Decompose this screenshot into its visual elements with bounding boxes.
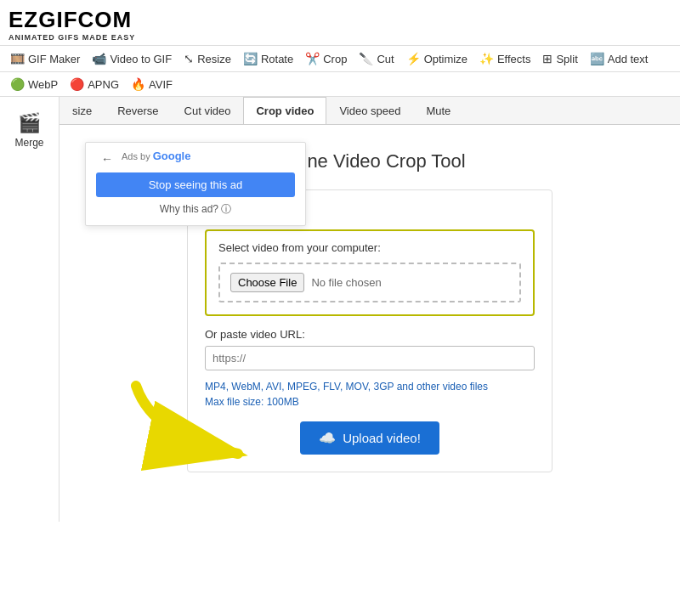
ad-why-link[interactable]: Why this ad? ⓘ bbox=[96, 202, 295, 217]
optimize-icon: ⚡ bbox=[406, 52, 421, 65]
tab-reverse[interactable]: Reverse bbox=[105, 97, 171, 124]
nav-bar-secondary: 🟢 WebP 🔴 APNG 🔥 AVIF bbox=[0, 72, 680, 97]
avif-icon: 🔥 bbox=[131, 77, 145, 91]
tab-cut-video[interactable]: Cut video bbox=[172, 97, 244, 124]
main-layout: 🎬 Merge size Reverse Cut video Crop vide… bbox=[0, 97, 680, 522]
nav-item-cut[interactable]: 🔪 Cut bbox=[354, 49, 399, 68]
url-label: Or paste video URL: bbox=[205, 328, 535, 341]
crop-icon: ✂️ bbox=[305, 52, 320, 65]
upload-icon: ☁️ bbox=[319, 430, 336, 446]
webp-icon: 🟢 bbox=[10, 77, 25, 91]
effects-icon: ✨ bbox=[479, 52, 494, 65]
ad-back-arrow[interactable]: ← bbox=[96, 150, 118, 167]
nav-item-rotate[interactable]: 🔄 Rotate bbox=[238, 49, 298, 68]
apng-icon: 🔴 bbox=[70, 77, 84, 91]
cut-icon: 🔪 bbox=[359, 52, 373, 65]
gif-icon: 🎞️ bbox=[10, 52, 25, 65]
nav-item-add-text[interactable]: 🔤 Add text bbox=[585, 49, 654, 68]
file-info: MP4, WebM, AVI, MPEG, FLV, MOV, 3GP and … bbox=[205, 379, 535, 410]
sub-tabs-bar: size Reverse Cut video Crop video Video … bbox=[60, 97, 680, 125]
nav-item-resize[interactable]: ⤡ Resize bbox=[178, 49, 236, 68]
url-input[interactable] bbox=[205, 346, 535, 370]
nav-item-avif[interactable]: 🔥 AVIF bbox=[126, 75, 178, 93]
logo: EZGIFCOM ANIMATED GIFS MADE EASY bbox=[8, 7, 672, 42]
rotate-icon: 🔄 bbox=[243, 52, 258, 65]
choose-file-button[interactable]: Choose File bbox=[230, 273, 304, 292]
drop-area[interactable]: Choose File No file chosen bbox=[218, 263, 521, 302]
tab-size[interactable]: size bbox=[60, 97, 105, 124]
sidebar: 🎬 Merge bbox=[0, 97, 60, 522]
nav-item-webp[interactable]: 🟢 WebP bbox=[5, 75, 63, 93]
video-icon: 📹 bbox=[92, 52, 106, 65]
nav-bar-primary: 🎞️ GIF Maker 📹 Video to GIF ⤡ Resize 🔄 R… bbox=[0, 46, 680, 72]
ad-box: ← Ads by Google Stop seeing this ad Why … bbox=[85, 142, 306, 226]
text-icon: 🔤 bbox=[590, 52, 604, 65]
upload-card: Upload video file Select video from your… bbox=[187, 189, 552, 472]
nav-item-crop[interactable]: ✂️ Crop bbox=[300, 49, 352, 68]
nav-item-gif-maker[interactable]: 🎞️ GIF Maker bbox=[5, 49, 85, 68]
main-content-area: ← Ads by Google Stop seeing this ad Why … bbox=[60, 125, 680, 522]
file-select-box: Select video from your computer: Choose … bbox=[205, 229, 535, 316]
nav-item-effects[interactable]: ✨ Effects bbox=[474, 49, 536, 68]
tab-crop-video[interactable]: Crop video bbox=[243, 97, 326, 124]
nav-item-split[interactable]: ⊞ Split bbox=[537, 49, 582, 68]
tab-mute[interactable]: Mute bbox=[413, 97, 463, 124]
file-select-label: Select video from your computer: bbox=[218, 241, 521, 254]
resize-icon: ⤡ bbox=[184, 52, 194, 65]
ad-label: Ads by Google bbox=[122, 150, 190, 162]
nav-item-video-to-gif[interactable]: 📹 Video to GIF bbox=[87, 49, 177, 68]
nav-item-apng[interactable]: 🔴 APNG bbox=[65, 75, 124, 93]
ad-stop-button[interactable]: Stop seeing this ad bbox=[96, 172, 295, 197]
merge-icon: 🎬 bbox=[18, 112, 41, 134]
right-panel: size Reverse Cut video Crop video Video … bbox=[60, 97, 680, 522]
upload-button[interactable]: ☁️ Upload video! bbox=[300, 421, 439, 455]
tab-video-speed[interactable]: Video speed bbox=[326, 97, 413, 124]
sidebar-item-merge[interactable]: 🎬 Merge bbox=[0, 105, 59, 155]
header: EZGIFCOM ANIMATED GIFS MADE EASY bbox=[0, 0, 680, 46]
no-file-label: No file chosen bbox=[311, 276, 381, 289]
split-icon: ⊞ bbox=[542, 52, 552, 65]
nav-item-optimize[interactable]: ⚡ Optimize bbox=[401, 49, 473, 68]
